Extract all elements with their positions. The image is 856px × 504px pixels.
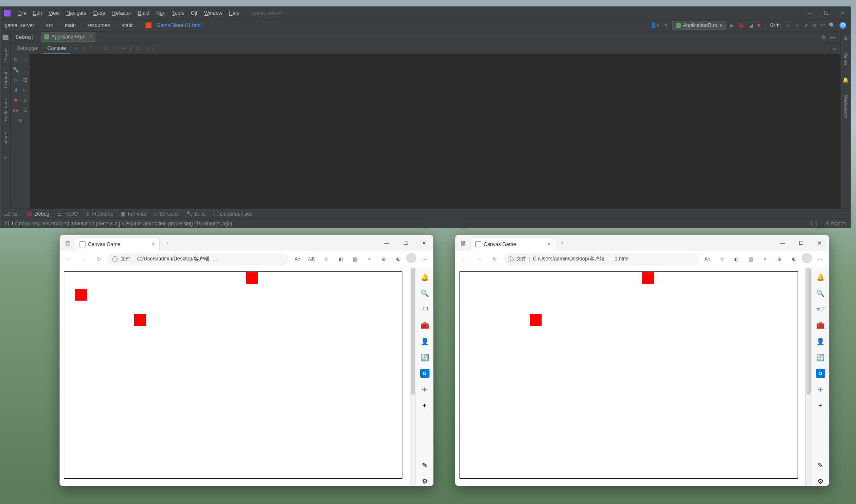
- menu-build[interactable]: Build: [135, 9, 152, 17]
- new-tab-button[interactable]: +: [161, 237, 173, 249]
- cursor-position[interactable]: 1:1: [810, 221, 817, 227]
- search-icon[interactable]: 🔍: [420, 288, 429, 298]
- maven-label[interactable]: Maven: [843, 52, 848, 65]
- debugger-tab[interactable]: Debugger: [12, 43, 43, 54]
- crumb[interactable]: static: [122, 22, 134, 28]
- collections-icon[interactable]: ✧: [759, 253, 771, 266]
- git-revert-icon[interactable]: ↶: [820, 22, 825, 28]
- debug-session-tab[interactable]: ApplicationRun ×: [41, 32, 96, 42]
- wrap-icon[interactable]: ↵: [22, 87, 28, 93]
- profile-icon[interactable]: [406, 253, 416, 263]
- force-step-icon[interactable]: ⇊: [104, 45, 108, 52]
- send-icon[interactable]: ✈: [420, 385, 429, 394]
- toolbox-icon[interactable]: 🧰: [420, 320, 429, 330]
- maximize-button[interactable]: ☐: [396, 235, 415, 251]
- stop-button[interactable]: ■: [757, 22, 760, 28]
- console-tab[interactable]: Console: [43, 43, 70, 54]
- person-icon[interactable]: 👤: [816, 337, 825, 346]
- browser-tab[interactable]: Canvas Game ×: [75, 238, 160, 251]
- favorite-icon[interactable]: ☆: [320, 253, 333, 266]
- crumb[interactable]: src: [46, 22, 53, 28]
- extensions-icon[interactable]: ⊕: [377, 253, 390, 266]
- git-history-icon[interactable]: ⟲: [812, 22, 816, 28]
- new-tab-button[interactable]: +: [557, 237, 569, 249]
- back-button[interactable]: ←: [458, 253, 471, 266]
- menu-help[interactable]: Help: [226, 9, 242, 17]
- info-icon[interactable]: i: [508, 256, 514, 262]
- menu-edit[interactable]: Edit: [30, 9, 44, 17]
- close-tab-icon[interactable]: ×: [152, 241, 155, 247]
- git-branch[interactable]: ⎇ master: [823, 221, 846, 227]
- run-button[interactable]: ▶: [730, 22, 734, 28]
- tracker-icon[interactable]: ◐: [334, 253, 347, 266]
- game-canvas[interactable]: [64, 271, 402, 479]
- tag-icon[interactable]: 🏷: [420, 304, 429, 314]
- down-icon[interactable]: ↓: [22, 67, 28, 73]
- minimize-button[interactable]: —: [773, 235, 792, 251]
- bell-icon[interactable]: 🔔: [420, 272, 429, 282]
- menu-view[interactable]: View: [46, 9, 62, 17]
- tab-actions-button[interactable]: ▥: [455, 235, 471, 251]
- minimize-panel-icon[interactable]: —: [830, 34, 835, 40]
- trace-icon[interactable]: ⋮⋮: [146, 45, 156, 52]
- menu-code[interactable]: Code: [91, 9, 108, 17]
- debug-bottom-tab[interactable]: 🐞Debug: [26, 211, 49, 217]
- git-tab[interactable]: ⎇Git: [5, 211, 19, 217]
- menu-tools[interactable]: Tools: [170, 9, 187, 17]
- bell-icon[interactable]: 🔔: [816, 272, 825, 282]
- user-icon[interactable]: 👤▾: [650, 22, 659, 28]
- edit-icon[interactable]: ✎: [420, 460, 429, 470]
- services-tab[interactable]: ▷Services: [154, 211, 179, 217]
- minimize-button[interactable]: —: [377, 235, 396, 251]
- refresh-button[interactable]: ↻: [93, 253, 105, 266]
- settings-icon[interactable]: ⚙: [420, 477, 429, 486]
- menu-file[interactable]: File: [16, 9, 29, 17]
- run-config-dropdown[interactable]: ApplicationRun ▾: [672, 21, 726, 30]
- menu-window[interactable]: Window: [201, 9, 225, 17]
- problems-tab[interactable]: ⊘Problems: [85, 211, 113, 217]
- add-icon[interactable]: +: [816, 401, 825, 410]
- back-icon[interactable]: ↰: [663, 22, 668, 28]
- terminal-tab[interactable]: ▣Terminal: [121, 211, 146, 217]
- close-tab-icon[interactable]: ×: [89, 34, 92, 40]
- evaluate-icon[interactable]: ▭: [136, 45, 140, 52]
- debug-settings-icon[interactable]: ⚙: [821, 34, 826, 40]
- game-canvas[interactable]: [460, 271, 798, 479]
- mute-bp-icon[interactable]: ⊘: [17, 118, 23, 123]
- crumb[interactable]: main: [65, 22, 76, 28]
- settings-icon[interactable]: ⚙: [816, 477, 825, 486]
- read-aloud-icon[interactable]: A»: [701, 253, 714, 266]
- tracker-icon[interactable]: ◐: [730, 253, 743, 266]
- search-icon[interactable]: 🔍: [816, 288, 825, 298]
- current-file[interactable]: GameClient-01.html: [157, 22, 202, 28]
- build-tab[interactable]: 🔨Build: [186, 211, 206, 217]
- project-tab[interactable]: Project: [3, 47, 8, 62]
- settings-icon[interactable]: ⚙: [839, 22, 846, 29]
- step-into-icon[interactable]: ↓: [96, 45, 99, 52]
- maven-tab[interactable]: m: [843, 36, 848, 41]
- coverage-icon[interactable]: ◪: [749, 22, 753, 28]
- print-icon[interactable]: 🖶: [22, 107, 28, 113]
- menu-git[interactable]: Git: [188, 9, 200, 17]
- breakpoints-icon[interactable]: ●●: [13, 107, 19, 113]
- edit-icon[interactable]: ✎: [816, 460, 825, 470]
- step-icon[interactable]: ≡: [75, 45, 78, 52]
- refresh-button[interactable]: ↻: [488, 253, 501, 266]
- url-bar[interactable]: i 文件 | C:/Users/admin/Desktop/客户端—...: [108, 253, 289, 265]
- scroll-end-icon[interactable]: ⤓: [22, 97, 28, 103]
- menu-navigate[interactable]: Navigate: [64, 9, 89, 17]
- refresh-icon[interactable]: 🔄: [420, 353, 429, 362]
- step-over-icon[interactable]: ⤴: [89, 45, 91, 52]
- crumb[interactable]: game_server: [5, 22, 34, 28]
- step-out-icon[interactable]: ↑: [113, 45, 116, 52]
- git-push-icon[interactable]: ↗: [804, 22, 808, 28]
- outlook-icon[interactable]: O: [420, 369, 429, 378]
- refresh-icon[interactable]: 🔄: [816, 353, 825, 362]
- add-icon[interactable]: +: [420, 401, 429, 410]
- search-icon[interactable]: 🔍: [829, 22, 835, 28]
- close-tab-icon[interactable]: ×: [548, 241, 550, 247]
- scrollbar[interactable]: [805, 267, 811, 486]
- filter-icon[interactable]: ⇶: [22, 77, 28, 83]
- dependencies-tab[interactable]: ⛶Dependencies: [213, 211, 253, 217]
- outlook-icon[interactable]: O: [816, 369, 825, 378]
